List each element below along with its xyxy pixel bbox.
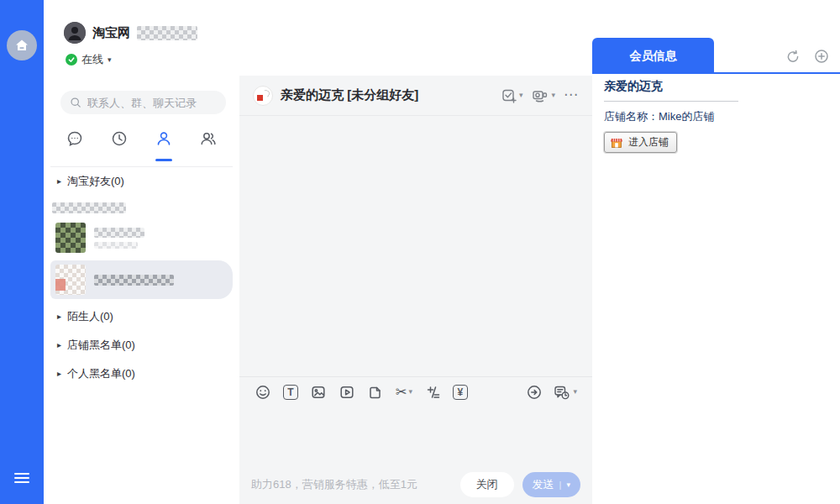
chevron-down-icon: ▾	[519, 92, 523, 99]
group-label: 个人黑名单(0)	[67, 366, 135, 381]
tab-recent[interactable]	[107, 129, 132, 155]
input-toolbar: T ✂ ▾ ¥	[239, 376, 592, 407]
chat-peer-avatar	[253, 86, 273, 106]
contacts-panel: ▸ 淘宝好友(0) ▸ 陌生人(0) ▸ 店铺黑名单(0) ▸	[44, 76, 239, 504]
video-call-button[interactable]: ▾	[531, 87, 555, 104]
group-taobao-friends[interactable]: ▸ 淘宝好友(0)	[44, 167, 239, 196]
chevron-down-icon: ▾	[408, 388, 412, 396]
account-name-censored	[137, 26, 197, 40]
online-status-icon	[66, 54, 77, 66]
contact-name-censored	[94, 228, 144, 238]
censored-group-row[interactable]	[52, 202, 126, 213]
chevron-down-icon: ▾	[108, 56, 112, 64]
clock-icon	[110, 129, 129, 148]
promo-text: 助力618，营销服务特惠，低至1元	[251, 477, 417, 492]
tab-member-info[interactable]: 会员信息	[592, 38, 714, 74]
triangle-right-icon: ▸	[57, 312, 61, 321]
chevron-down-icon: ▾	[551, 92, 555, 99]
storefront-icon	[610, 136, 623, 150]
transaction-icon[interactable]: ¥	[453, 385, 468, 400]
refresh-icon[interactable]	[785, 48, 801, 65]
triangle-right-icon: ▸	[57, 341, 61, 349]
close-button[interactable]: 关闭	[460, 472, 514, 497]
group-label: 淘宝好友(0)	[67, 174, 124, 189]
send-button[interactable]: 发送 | ▾	[522, 472, 580, 497]
triangle-right-icon: ▸	[57, 370, 61, 378]
customer-name: 亲爱的迈克	[604, 79, 828, 94]
people-icon	[199, 129, 218, 148]
member-info-panel: 会员信息 亲爱的迈克 店铺名称：Mike的店铺 进入店铺	[592, 0, 840, 504]
chat-history-icon[interactable]: ▾	[553, 384, 577, 401]
chevron-down-icon: ▾	[573, 388, 577, 396]
tab-messages[interactable]	[62, 129, 87, 155]
left-rail	[0, 0, 44, 504]
triangle-right-icon: ▸	[57, 177, 61, 186]
chat-footer: 助力618，营销服务特惠，低至1元 关闭 发送 | ▾	[239, 467, 592, 502]
message-history[interactable]	[239, 116, 592, 376]
create-task-button[interactable]: ▾	[501, 87, 523, 104]
group-label: 陌生人(0)	[67, 309, 113, 324]
add-panel-icon[interactable]	[813, 48, 830, 65]
chat-title: 亲爱的迈克 [未分组好友]	[281, 87, 418, 103]
account-name: 淘宝网	[92, 25, 130, 41]
home-icon	[13, 37, 30, 54]
video-icon[interactable]	[339, 384, 355, 401]
contact-avatar	[55, 265, 86, 295]
search-input[interactable]	[87, 97, 218, 109]
tab-contacts[interactable]	[151, 129, 176, 155]
send-options-caret[interactable]: ▾	[566, 481, 570, 489]
quick-phrase-icon[interactable]	[424, 384, 441, 401]
forward-icon[interactable]	[526, 384, 543, 401]
search-icon	[69, 96, 82, 109]
group-shop-blacklist[interactable]: ▸ 店铺黑名单(0)	[44, 331, 239, 360]
image-icon[interactable]	[310, 384, 327, 401]
chat-area: 亲爱的迈克 [未分组好友] ▾ ▾ ⋯ T	[239, 76, 592, 504]
home-button[interactable]	[7, 30, 37, 60]
group-personal-blacklist[interactable]: ▸ 个人黑名单(0)	[44, 360, 239, 388]
contact-row[interactable]	[50, 218, 233, 257]
contacts-tabs	[44, 129, 239, 155]
group-strangers[interactable]: ▸ 陌生人(0)	[44, 302, 239, 331]
contact-avatar	[55, 223, 86, 253]
shop-name: 店铺名称：Mike的店铺	[604, 109, 828, 124]
emoji-icon[interactable]	[255, 384, 271, 401]
group-label: 店铺黑名单(0)	[67, 338, 135, 353]
text-format-icon[interactable]: T	[283, 385, 298, 400]
send-divider: |	[559, 480, 562, 490]
divider	[604, 101, 738, 102]
person-icon	[155, 129, 173, 148]
app-window: 帮助 | 皮肤 | 设置 | — ✕ 淘宝网 在线 ▾	[0, 0, 840, 504]
tab-accent-line	[592, 72, 840, 74]
chat-header: 亲爱的迈克 [未分组好友] ▾ ▾ ⋯	[239, 76, 592, 116]
screenshot-scissors-icon[interactable]: ✂ ▾	[396, 386, 412, 399]
contact-row-selected[interactable]	[50, 260, 233, 299]
menu-hamburger-icon[interactable]	[14, 470, 29, 486]
enter-shop-button[interactable]: 进入店铺	[604, 132, 677, 153]
file-icon[interactable]	[367, 384, 384, 401]
tab-groups[interactable]	[196, 129, 221, 155]
contact-name-censored	[94, 275, 174, 286]
message-input[interactable]	[239, 407, 592, 467]
user-avatar[interactable]	[64, 22, 86, 44]
status-label: 在线	[81, 52, 103, 67]
send-label: 发送	[533, 477, 554, 492]
status-dropdown[interactable]: 在线 ▾	[66, 52, 112, 67]
chat-bubble-icon	[66, 129, 84, 148]
contact-subtext-censored	[94, 242, 138, 249]
search-box[interactable]	[60, 91, 226, 114]
enter-shop-label: 进入店铺	[628, 135, 669, 150]
more-options-icon[interactable]: ⋯	[564, 92, 579, 99]
